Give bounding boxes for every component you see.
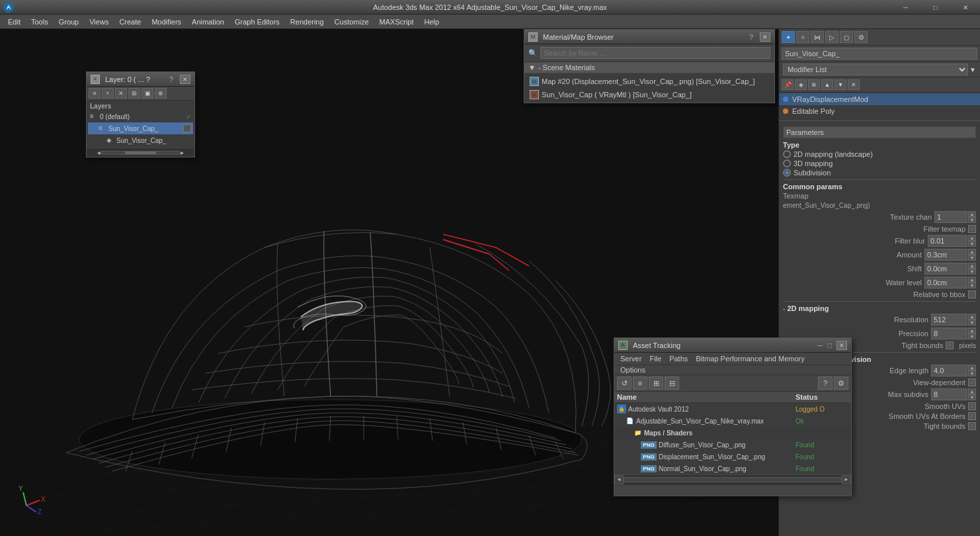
layer-sun-visor-child[interactable]: ◈ Sun_Visor_Cap_	[88, 134, 193, 146]
precision-down[interactable]: ▼	[968, 334, 976, 339]
precision-input[interactable]	[931, 328, 967, 339]
at-icon-help[interactable]: ?	[818, 377, 833, 390]
menu-maxscript[interactable]: MAXScript	[374, 15, 419, 29]
filter-blur-up[interactable]: ▲	[968, 235, 976, 241]
at-menu-options[interactable]: Options	[617, 365, 649, 375]
layers-tb-btn-2[interactable]: ✕	[115, 88, 127, 99]
at-row-max-file[interactable]: 📄 Adjustable_Sun_Visor_Cap_Nike_vray.max…	[614, 415, 851, 427]
menu-create[interactable]: Create	[114, 15, 146, 29]
minimize-button[interactable]: ─	[891, 0, 920, 15]
tight-bounds-bottom-cb[interactable]: ✓	[968, 422, 976, 430]
rp-icon-hierarchy[interactable]: ⋈	[811, 31, 824, 43]
max-subdivs-input[interactable]	[931, 388, 967, 400]
rp-icon-create[interactable]: ✦	[782, 31, 795, 43]
asset-maximize-btn[interactable]: □	[827, 341, 832, 349]
at-scroll-left[interactable]: ◄	[614, 475, 624, 484]
mod-tb-copy[interactable]: ◈	[795, 79, 807, 90]
water-level-input[interactable]	[924, 277, 967, 289]
rp-icon-display[interactable]: ◻	[840, 31, 853, 43]
mod-tb-paste[interactable]: ⊕	[808, 79, 820, 90]
mat-browser-search-input[interactable]	[540, 47, 770, 59]
layers-tb-btn-1[interactable]: +	[102, 88, 114, 99]
rp-icon-motion[interactable]: ▷	[825, 31, 838, 43]
texture-chan-down[interactable]: ▼	[968, 217, 976, 223]
mod-tb-down[interactable]: ▼	[835, 79, 846, 90]
at-row-maps-shaders[interactable]: 📁 Maps / Shaders	[614, 427, 851, 439]
layers-tb-btn-3[interactable]: ⊞	[128, 88, 140, 99]
resolution-spinner[interactable]: ▲ ▼	[931, 314, 976, 326]
radio-3d-mapping[interactable]: 3D mapping	[783, 159, 976, 167]
smooth-uvs-cb[interactable]: ✓	[968, 402, 976, 410]
texture-chan-up[interactable]: ▲	[968, 211, 976, 217]
filter-blur-spinner[interactable]: ▲ ▼	[928, 235, 976, 247]
maximize-button[interactable]: □	[920, 0, 950, 15]
menu-tools[interactable]: Tools	[26, 15, 54, 29]
mod-tb-pin[interactable]: 📌	[782, 79, 794, 90]
texture-chan-spinner[interactable]: ▲ ▼	[934, 211, 976, 223]
water-level-up[interactable]: ▲	[968, 277, 976, 283]
at-row-normal[interactable]: PNG Normal_Sun_Visor_Cap_.png Found	[614, 463, 851, 474]
modifier-list-arrow[interactable]: ▼	[969, 66, 976, 73]
relative-bbox-row[interactable]: Relative to bbox ✓	[783, 290, 976, 298]
resolution-up[interactable]: ▲	[968, 314, 976, 320]
mod-tb-up[interactable]: ▲	[821, 79, 833, 90]
at-menu-file[interactable]: File	[646, 354, 665, 363]
tight-bounds-cb[interactable]: ✓	[946, 341, 954, 349]
mat-browser-close-button[interactable]: ✕	[760, 32, 770, 42]
relative-bbox-cb[interactable]: ✓	[968, 290, 976, 298]
mat-item-map20[interactable]: M Map #20 (Displacement_Sun_Visor_Cap_.p…	[524, 75, 774, 88]
at-icon-grid[interactable]: ⊞	[649, 377, 663, 390]
rp-icon-modify[interactable]: ✧	[796, 31, 809, 43]
edge-length-input[interactable]	[931, 365, 967, 377]
shift-input[interactable]	[924, 263, 967, 275]
max-subdivs-spinner[interactable]: ▲ ▼	[931, 388, 976, 400]
layer-default[interactable]: ≡ 0 (default) ✓	[88, 111, 193, 122]
amount-spinner[interactable]: ▲ ▼	[924, 249, 976, 261]
scroll-left-arrow[interactable]: ◄	[96, 150, 102, 156]
at-row-vault[interactable]: 🔒 Autodesk Vault 2012 Logged O	[614, 403, 851, 415]
mat-item-vray[interactable]: V Sun_Visor_Cap ( VRayMtl ) [Sun_Visor_C…	[524, 88, 774, 101]
shift-down[interactable]: ▼	[968, 269, 976, 275]
filter-blur-down[interactable]: ▼	[968, 241, 976, 247]
shift-spinner[interactable]: ▲ ▼	[924, 263, 976, 275]
close-button[interactable]: ✕	[950, 0, 980, 15]
layer-sun-visor-group[interactable]: ≡ Sun_Visor_Cap_	[88, 122, 193, 134]
at-icon-list[interactable]: ≡	[633, 377, 647, 390]
object-name-input[interactable]	[782, 48, 977, 60]
shift-up[interactable]: ▲	[968, 263, 976, 269]
precision-spinner[interactable]: ▲ ▼	[931, 328, 976, 339]
at-row-displacement[interactable]: PNG Displacement_Sun_Visor_Cap_.png Foun…	[614, 451, 851, 463]
layers-tb-btn-4[interactable]: ▣	[142, 88, 153, 99]
modifier-list-select[interactable]: Modifier List	[783, 64, 968, 75]
radio-subdivision[interactable]: Subdivision	[783, 169, 976, 177]
at-icon-table[interactable]: ⊟	[665, 377, 679, 390]
amount-down[interactable]: ▼	[968, 255, 976, 261]
at-scroll-track[interactable]	[624, 477, 842, 482]
mod-item-edpoly[interactable]: Editable Poly	[779, 105, 980, 117]
layers-tb-btn-5[interactable]: ⊕	[155, 88, 167, 99]
filter-texmap-cb[interactable]: ✓	[968, 225, 976, 233]
asset-minimize-btn[interactable]: ─	[818, 341, 823, 349]
menu-edit[interactable]: Edit	[3, 15, 26, 29]
at-scrollbar-h[interactable]: ◄ ►	[614, 474, 851, 484]
menu-modifiers[interactable]: Modifiers	[146, 15, 186, 29]
menu-views[interactable]: Views	[84, 15, 114, 29]
at-menu-paths[interactable]: Paths	[666, 354, 691, 363]
resolution-down[interactable]: ▼	[968, 320, 976, 326]
layers-help-btn[interactable]: ?	[169, 75, 173, 83]
edge-length-up[interactable]: ▲	[968, 365, 976, 371]
texture-chan-input[interactable]	[934, 211, 967, 223]
water-level-spinner[interactable]: ▲ ▼	[924, 277, 976, 289]
at-path-input[interactable]	[614, 484, 851, 496]
resolution-input[interactable]	[931, 314, 967, 326]
menu-animation[interactable]: Animation	[186, 15, 229, 29]
max-subdivs-down[interactable]: ▼	[968, 394, 976, 400]
at-row-diffuse[interactable]: PNG Diffuse_Sun_Visor_Cap_.png Found	[614, 439, 851, 451]
asset-tracking-close-button[interactable]: ✕	[837, 341, 847, 350]
scroll-right-arrow[interactable]: ►	[179, 150, 185, 156]
mod-tb-delete[interactable]: ✕	[848, 79, 860, 90]
at-icon-settings[interactable]: ⚙	[834, 377, 848, 390]
layers-close-button[interactable]: ✕	[180, 75, 190, 84]
menu-group[interactable]: Group	[54, 15, 85, 29]
menu-graph-editors[interactable]: Graph Editors	[229, 15, 285, 29]
